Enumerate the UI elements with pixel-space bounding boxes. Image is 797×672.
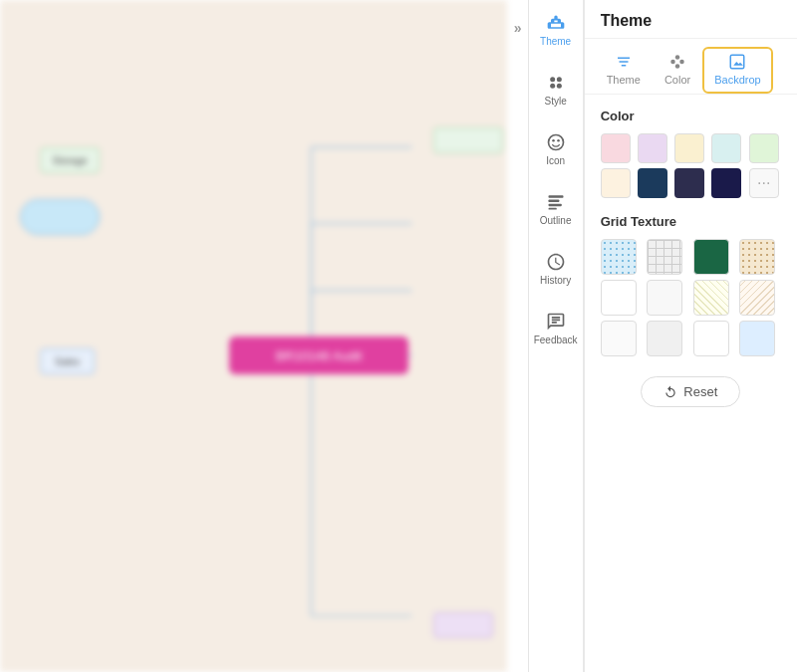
texture-grid [601,239,781,356]
color-swatch-peach[interactable] [601,168,631,198]
panel-header: Theme [585,0,797,39]
color-section-label: Color [601,109,781,123]
svg-point-20 [675,55,680,60]
texture-row2-1[interactable] [647,321,682,356]
color-swatch-more[interactable]: ··· [749,168,779,198]
svg-point-11 [556,84,561,89]
sidebar-item-icon[interactable]: Icon [528,119,583,179]
node-sales[interactable]: Sales [40,348,95,374]
texture-stripe[interactable] [693,280,729,316]
sidebar-item-label-history: History [540,275,571,286]
tab-backdrop-label: Backdrop [714,74,760,86]
history-icon [546,252,566,272]
svg-point-10 [550,84,555,89]
reset-icon [664,385,677,399]
svg-point-19 [670,60,675,65]
svg-rect-15 [548,195,563,198]
color-swatch-darknavy[interactable] [711,168,741,198]
color-swatch-pink[interactable] [601,133,631,163]
color-swatch-green[interactable] [749,133,779,163]
reset-button[interactable]: Reset [641,376,740,407]
texture-section: Grid Texture [601,214,781,356]
tab-theme[interactable]: Theme [595,47,653,94]
right-panel: Theme Theme Color Backdrop [584,0,797,672]
sidebar-item-label-theme: Theme [540,36,571,47]
mind-map-canvas[interactable]: BR10148 Audit Storage Sales [0,0,507,672]
texture-light-white[interactable] [601,321,637,356]
main-node[interactable]: BR10148 Audit [229,336,408,374]
svg-rect-17 [548,204,561,207]
sidebar-item-label-icon: Icon [546,155,565,166]
texture-beige-dots[interactable] [739,239,775,275]
style-icon [546,73,566,93]
texture-light-blue[interactable] [739,321,775,356]
sidebar-item-theme[interactable]: Theme [528,0,583,60]
tab-theme-label: Theme [607,74,641,86]
color-swatch-darkblue[interactable] [638,168,667,198]
color-section: Color ··· [601,109,781,198]
icon-bar: Theme Style Icon Outline History [529,0,584,672]
reset-label: Reset [683,384,717,399]
svg-rect-16 [548,200,559,203]
svg-point-14 [557,139,560,142]
sidebar-item-feedback[interactable]: Feedback [528,299,583,358]
theme-icon [546,13,566,33]
texture-white-plain[interactable] [647,280,682,316]
svg-point-22 [675,64,680,69]
color-swatch-cyan[interactable] [711,133,741,163]
texture-grid-plain[interactable] [647,239,682,275]
sidebar-item-style[interactable]: Style [528,60,583,119]
texture-white[interactable] [601,280,637,316]
texture-section-label: Grid Texture [601,214,781,229]
svg-rect-23 [731,55,745,69]
node-right1[interactable] [433,127,503,153]
tab-backdrop[interactable]: Backdrop [702,47,772,94]
color-swatch-darkpurple[interactable] [674,168,704,198]
tab-theme-icon [615,53,633,71]
color-swatch-lavender[interactable] [638,133,667,163]
color-grid: ··· [601,133,781,198]
sidebar-toggle[interactable]: » [507,0,528,672]
texture-white2[interactable] [693,321,729,356]
sidebar-item-label-outline: Outline [540,215,572,226]
sidebar-item-history[interactable]: History [528,239,583,299]
svg-point-12 [548,135,563,150]
color-swatch-yellow[interactable] [674,133,704,163]
panel-content: Color ··· Grid Texture [585,95,797,672]
svg-point-13 [552,139,555,142]
sidebar-item-outline[interactable]: Outline [528,179,583,239]
sidebar-item-label-feedback: Feedback [534,335,578,345]
tab-backdrop-icon [728,53,746,71]
outline-icon [546,192,566,212]
svg-point-8 [550,77,555,82]
feedback-icon [546,312,566,332]
node-oval[interactable] [20,199,100,235]
node-storage[interactable]: Storage [40,147,100,173]
svg-rect-18 [548,208,556,210]
tab-color[interactable]: Color [653,47,702,94]
svg-point-21 [679,60,684,65]
texture-dark-green[interactable] [693,239,729,275]
panel-title: Theme [601,12,653,29]
tab-color-label: Color [664,74,690,86]
texture-stripe2[interactable] [739,280,775,316]
node-right2[interactable] [433,612,493,638]
icon-icon [546,132,566,152]
svg-point-9 [556,77,561,82]
panel-tabs: Theme Color Backdrop [585,39,797,95]
collapse-icon: » [514,20,522,36]
sidebar-item-label-style: Style [545,96,567,107]
tab-color-icon [668,53,686,71]
texture-dots[interactable] [601,239,637,275]
